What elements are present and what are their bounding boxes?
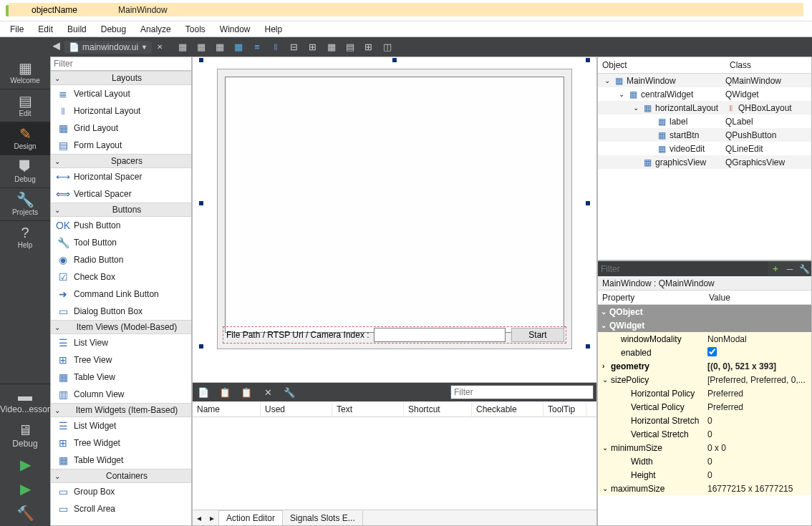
chevron-down-icon[interactable]: ⌄	[632, 104, 639, 112]
property-Vertical-Stretch[interactable]: Vertical Stretch0	[598, 427, 811, 441]
start-button[interactable]: Start	[511, 328, 564, 342]
edit-signals-icon[interactable]: ▦	[193, 39, 209, 55]
action-col-text[interactable]: Text	[332, 401, 404, 417]
property-Horizontal-Stretch[interactable]: Horizontal Stretch0	[598, 414, 811, 427]
chevron-down-icon[interactable]: ⌄	[602, 444, 609, 452]
menu-analyze[interactable]: Analyze	[133, 23, 178, 36]
category-buttons[interactable]: ⌄Buttons	[51, 203, 191, 217]
chevron-down-icon[interactable]: ⌄	[618, 90, 625, 98]
widget-grid-layout[interactable]: ▦Grid Layout	[51, 120, 191, 137]
tab-signals-slots[interactable]: Signals Slots E...	[283, 511, 363, 525]
widget-vertical-spacer[interactable]: ⟺Vertical Spacer	[51, 185, 191, 203]
delete-action-icon[interactable]: ✕	[260, 384, 276, 400]
widget-push-button[interactable]: OKPush Button	[51, 217, 191, 234]
kit-selector[interactable]: ▬Video...essor	[0, 384, 50, 419]
layout-hsplit-icon[interactable]: ⊟	[286, 39, 302, 55]
property-windowModality[interactable]: windowModalityNonModal	[598, 332, 811, 346]
menu-help[interactable]: Help	[258, 23, 290, 36]
property-Height[interactable]: Height0	[598, 468, 811, 482]
action-col-used[interactable]: Used	[261, 401, 332, 417]
layout-form-icon[interactable]: ▤	[342, 39, 358, 55]
category-item-views-model-based-[interactable]: ⌄Item Views (Model-Based)	[51, 320, 191, 334]
widget-tree-widget[interactable]: ⊞Tree Widget	[51, 434, 191, 452]
add-dynamic-icon[interactable]: ＋	[768, 262, 783, 276]
mode-edit[interactable]: ▤Edit	[0, 89, 50, 122]
category-containers[interactable]: ⌄Containers	[51, 469, 191, 483]
object-row-centralWidget[interactable]: ⌄▦centralWidgetQWidget	[598, 87, 811, 101]
widget-tree-view[interactable]: ⊞Tree View	[51, 351, 191, 369]
action-col-checkable[interactable]: Checkable	[472, 401, 543, 417]
menu-window[interactable]: Window	[213, 23, 258, 36]
tab-right-icon[interactable]: ▸	[206, 513, 218, 523]
form-canvas[interactable]: File Path / RTSP Url / Camera Index : St…	[193, 57, 596, 382]
adjust-size-icon[interactable]: ◫	[380, 39, 395, 55]
chevron-down-icon[interactable]: ⌄	[604, 77, 611, 84]
video-edit-input[interactable]	[374, 328, 506, 342]
debug-button[interactable]: ▶	[0, 477, 50, 502]
menu-build[interactable]: Build	[60, 23, 94, 36]
menu-edit[interactable]: Edit	[31, 23, 60, 36]
menu-tools[interactable]: Tools	[178, 23, 213, 36]
obj-col-class[interactable]: Class	[725, 57, 755, 73]
paste-action-icon[interactable]: 📋	[238, 384, 254, 400]
prop-col-value[interactable]: Value	[705, 291, 735, 304]
category-spacers[interactable]: ⌄Spacers	[51, 154, 191, 168]
mode-debug[interactable]: ⛊Debug	[0, 155, 50, 187]
widget-dialog-button-box[interactable]: ▭Dialog Button Box	[51, 303, 191, 320]
mode-projects[interactable]: 🔧Projects	[0, 187, 50, 220]
object-row-videoEdit[interactable]: ▦videoEditQLineEdit	[598, 142, 811, 155]
layout-v-icon[interactable]: ⫴	[268, 39, 284, 55]
widget-form-layout[interactable]: ▤Form Layout	[51, 137, 191, 154]
action-col-shortcut[interactable]: Shortcut	[404, 401, 472, 417]
widget-radio-button[interactable]: ◉Radio Button	[51, 251, 191, 268]
object-row-startBtn[interactable]: ▦startBtnQPushButton	[598, 128, 811, 142]
action-col-tooltip[interactable]: ToolTip	[543, 401, 586, 417]
layout-h-icon[interactable]: ≡	[249, 39, 265, 55]
widget-tool-button[interactable]: 🔧Tool Button	[51, 234, 191, 251]
build-button[interactable]: 🔨	[0, 502, 50, 526]
tab-left-icon[interactable]: ◂	[193, 513, 206, 523]
config-props-icon[interactable]: 🔧	[797, 262, 811, 276]
action-col-name[interactable]: Name	[193, 401, 261, 417]
obj-col-object[interactable]: Object	[598, 57, 725, 73]
property-group-QObject[interactable]: ⌄QObject	[598, 305, 811, 318]
property-group-QWidget[interactable]: ⌄QWidget	[598, 318, 811, 332]
property-sizePolicy[interactable]: ⌄sizePolicy[Preferred, Preferred, 0,...	[598, 373, 811, 386]
property-filter[interactable]	[598, 261, 768, 276]
checkbox[interactable]	[707, 347, 717, 356]
break-layout-icon[interactable]: ⊞	[361, 39, 377, 55]
chevron-right-icon[interactable]: ›	[602, 362, 609, 370]
object-row-graphicsView[interactable]: ▦graphicsViewQGraphicsView	[598, 155, 811, 169]
widget-horizontal-layout[interactable]: ⫴Horizontal Layout	[51, 102, 191, 120]
widgetbox-filter[interactable]	[51, 57, 191, 70]
menu-file[interactable]: File	[3, 23, 31, 36]
run-button[interactable]: ▶	[0, 453, 50, 477]
property-Vertical-Policy[interactable]: Vertical PolicyPreferred	[598, 400, 811, 414]
property-Width[interactable]: Width0	[598, 454, 811, 468]
mainwindow-form[interactable]: File Path / RTSP Url / Camera Index : St…	[217, 69, 572, 349]
widget-table-widget[interactable]: ▦Table Widget	[51, 452, 191, 469]
widget-vertical-layout[interactable]: ≣Vertical Layout	[51, 85, 191, 102]
edit-widgets-icon[interactable]: ▦	[175, 39, 190, 55]
object-row-label[interactable]: ▦labelQLabel	[598, 115, 811, 128]
edit-buddies-icon[interactable]: ▦	[212, 39, 228, 55]
chevron-down-icon[interactable]: ⌄	[602, 484, 609, 492]
category-item-widgets-item-based-[interactable]: ⌄Item Widgets (Item-Based)	[51, 403, 191, 417]
close-doc-icon[interactable]: ✕	[152, 39, 168, 55]
category-layouts[interactable]: ⌄Layouts	[51, 71, 191, 85]
property-geometry[interactable]: ›geometry[(0, 0), 521 x 393]	[598, 359, 811, 373]
config-action-icon[interactable]: 🔧	[281, 384, 297, 400]
run-config[interactable]: 🖥Debug	[0, 419, 50, 453]
widget-list-widget[interactable]: ☰List Widget	[51, 417, 191, 434]
widget-command-link-button[interactable]: ➜Command Link Button	[51, 286, 191, 303]
layout-grid-icon[interactable]: ▦	[324, 39, 339, 55]
tab-action-editor[interactable]: Action Editor	[218, 510, 283, 525]
widget-group-box[interactable]: ▭Group Box	[51, 483, 191, 500]
remove-dynamic-icon[interactable]: ─	[783, 262, 797, 276]
widget-check-box[interactable]: ☑Check Box	[51, 268, 191, 286]
mode-design[interactable]: ✎Design	[0, 122, 50, 155]
new-action-icon[interactable]: 📄	[195, 384, 211, 400]
widget-list-view[interactable]: ☰List View	[51, 334, 191, 351]
object-row-horizontalLayout[interactable]: ⌄▦horizontalLayout⫴QHBoxLayout	[598, 101, 811, 115]
property-Horizontal-Policy[interactable]: Horizontal PolicyPreferred	[598, 386, 811, 400]
